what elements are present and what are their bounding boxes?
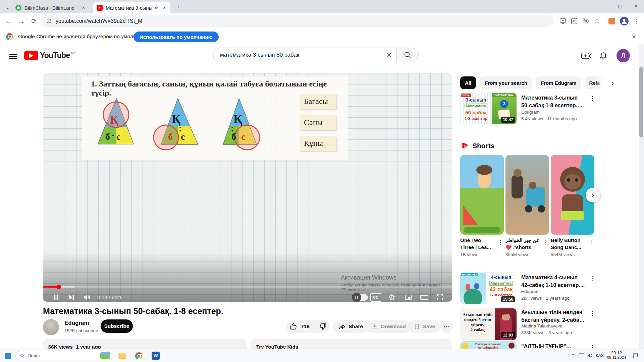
channel-name[interactable]: Edugram <box>64 320 89 326</box>
chip-from-edugram[interactable]: From Edugram <box>536 76 581 89</box>
scrubber-handle[interactable] <box>56 285 61 289</box>
notifications-bell-icon[interactable] <box>598 51 608 61</box>
page-scrollbar[interactable] <box>639 44 644 349</box>
hamburger-menu-icon[interactable] <box>9 53 17 60</box>
save-button[interactable]: Save <box>408 320 440 333</box>
share-button[interactable]: Share <box>333 320 368 333</box>
short-title[interactable]: One TwoThree | Lea... <box>460 237 498 251</box>
subscribe-button[interactable]: Subscribe <box>101 319 133 333</box>
chips-scroll-right-icon[interactable]: › <box>608 78 618 87</box>
file-explorer-icon[interactable] <box>118 352 127 359</box>
chip-all[interactable]: All <box>460 76 476 89</box>
search-button[interactable] <box>396 48 419 62</box>
tray-display-icon[interactable] <box>578 352 585 359</box>
new-tab-button[interactable]: + <box>174 3 182 11</box>
more-actions-button[interactable]: ⋯ <box>440 320 453 333</box>
theater-mode-button[interactable] <box>418 291 431 302</box>
search-box[interactable]: ✕ <box>213 48 396 62</box>
back-button[interactable]: ← <box>3 15 14 27</box>
next-button[interactable] <box>65 291 78 302</box>
clock[interactable]: 20:12 08.11.2024 <box>606 350 627 359</box>
language-indicator[interactable]: КАЗ <box>596 351 604 360</box>
tab-audio-icon[interactable] <box>154 5 159 10</box>
shorts-scroll-right-button[interactable]: › <box>586 188 600 202</box>
recommendation-title[interactable]: Математика 3-сынып 50-сабақ 1-8 есептер.… <box>521 94 586 109</box>
recommendation-menu-icon[interactable]: ⋮ <box>589 94 596 102</box>
close-window-button[interactable]: ✕ <box>628 0 644 13</box>
tray-expand-icon[interactable]: ⌃ <box>570 352 576 359</box>
short-menu-icon[interactable]: ⋮ <box>497 238 504 246</box>
create-video-icon[interactable] <box>581 52 593 60</box>
profile-avatar[interactable] <box>620 17 629 25</box>
recommendation-menu-icon[interactable]: ⋮ <box>589 274 596 282</box>
chrome-menu-icon[interactable]: ⋮ <box>633 16 641 26</box>
recommendation-menu-icon[interactable]: ⋮ <box>589 309 596 317</box>
channel-avatar[interactable] <box>43 319 59 335</box>
duration-badge: 10:47 <box>501 117 515 123</box>
tab-close-icon[interactable]: ✕ <box>161 4 168 11</box>
short-title[interactable]: Belly ButtonSong Danc... <box>551 237 588 251</box>
search-highlight-image[interactable] <box>100 352 110 359</box>
recommendation-thumbnail[interactable]: 2023ж. 3-сынып Математика 50-сабақ 1-8 е… <box>460 93 517 124</box>
forward-button[interactable]: → <box>15 15 27 27</box>
bookmark-star-icon[interactable]: ☆ <box>592 16 602 25</box>
clear-search-icon[interactable]: ✕ <box>382 48 396 62</box>
set-default-browser-button[interactable]: Использовать по умолчанию <box>133 32 219 42</box>
miniplayer-button[interactable] <box>402 291 415 302</box>
taskbar-search-label: Поиск <box>28 353 41 358</box>
maximize-button[interactable]: ▢ <box>612 0 628 13</box>
install-app-icon[interactable] <box>558 16 568 26</box>
short-menu-icon[interactable]: ⋮ <box>542 238 549 246</box>
recommendation-title[interactable]: Ағылшын тілін нөлден бастап үйрену. 2-са… <box>521 308 586 324</box>
youtube-play-icon <box>24 51 38 60</box>
recommendation-channel[interactable]: Edugram <box>521 289 540 294</box>
word-taskbar-icon[interactable]: W <box>152 352 160 360</box>
chrome-taskbar-icon[interactable] <box>135 352 143 360</box>
recommendation-channel[interactable]: Edugram <box>521 110 540 115</box>
taskbar-search-box[interactable]: Поиск <box>15 351 111 360</box>
recommendation-thumbnail[interactable]: Ағылшын тілін нөлден бастап үйрену 2-саб… <box>460 308 517 340</box>
video-player[interactable]: 1. Заттың бағасын, санын, құнын қалай та… <box>43 73 452 302</box>
progress-bar[interactable] <box>43 286 452 288</box>
autoplay-toggle[interactable] <box>350 291 370 302</box>
translate-icon[interactable]: Аб <box>570 16 579 26</box>
recommendation-meta: 5.4K views · 11 months ago <box>521 116 577 121</box>
start-button[interactable] <box>5 353 11 359</box>
recommendation-title[interactable]: Математика 4-сынып 42-сабақ 1-10 есептер… <box>521 274 586 289</box>
subtitles-button[interactable]: CC <box>369 291 382 302</box>
tab-close-icon[interactable]: ✕ <box>80 4 87 11</box>
site-settings-icon[interactable] <box>46 18 52 24</box>
svg-text:б: б <box>105 132 110 142</box>
user-avatar[interactable]: Л <box>616 49 630 62</box>
search-input[interactable] <box>213 51 382 59</box>
minimize-button[interactable]: – <box>596 0 612 13</box>
notification-center-icon[interactable] <box>631 352 639 359</box>
fullscreen-button[interactable] <box>434 291 446 302</box>
settings-gear-icon[interactable]: ⚙ <box>385 291 398 302</box>
recommendation-channel[interactable]: Madina Talasbayeva <box>521 323 562 328</box>
pause-button[interactable] <box>50 291 62 302</box>
reload-button[interactable]: ⟳ <box>28 15 40 27</box>
tab-search-button[interactable]: ⌄ <box>3 3 12 11</box>
download-button[interactable]: Download <box>366 320 411 333</box>
extension-icon[interactable] <box>608 18 615 24</box>
short-card[interactable] <box>460 155 504 235</box>
youtube-logo[interactable]: YouTube KZ <box>24 51 75 60</box>
tab-youtube-active[interactable]: Математика 3-сынып 50-с... ✕ <box>93 2 170 13</box>
volume-icon[interactable] <box>80 291 93 302</box>
eye-off-icon[interactable] <box>581 16 590 26</box>
recommendation-meta: 28K views · 2 years ago <box>521 296 570 301</box>
tray-volume-icon[interactable] <box>586 352 594 359</box>
short-card[interactable] <box>505 155 549 235</box>
scrollbar-thumb[interactable] <box>639 67 643 137</box>
address-bar[interactable]: youtube.com/watch?v=39u2clTSt_M <box>41 15 553 27</box>
tab-bilimclass[interactable]: BilimClass - BilimLand ✕ <box>12 2 91 13</box>
like-icon[interactable] <box>286 323 301 330</box>
short-title[interactable]: عن جبر الخواطر❤️ #shorts <box>505 237 543 251</box>
short-menu-icon[interactable]: ⋮ <box>588 238 594 246</box>
chip-from-your-search[interactable]: From your search <box>480 76 532 89</box>
chip-related[interactable]: Rela <box>585 76 604 89</box>
dismiss-notification-icon[interactable]: ✕ <box>630 33 638 41</box>
dislike-icon[interactable] <box>317 323 329 330</box>
recommendation-thumbnail[interactable]: МАТЕМАТИКА 4-сынып Математика 42-сабақ 1… <box>460 273 517 304</box>
